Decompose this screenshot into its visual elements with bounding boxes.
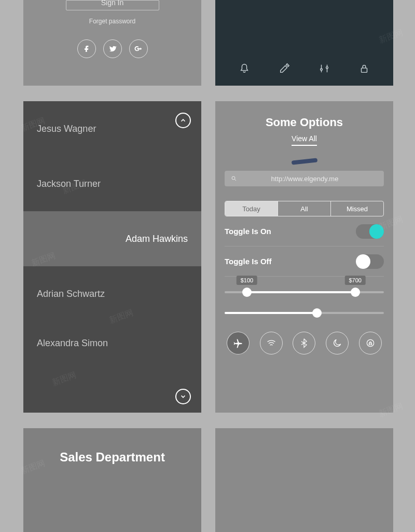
slider-knob-max[interactable]	[351, 288, 360, 297]
list-item[interactable]: Jesus Wagner	[23, 101, 201, 156]
segment-control: Today All Missed	[225, 201, 384, 216]
moon-icon[interactable]	[326, 332, 349, 354]
single-slider[interactable]	[225, 312, 384, 314]
options-panel: Some Options View All http://www.elgendy…	[215, 101, 393, 413]
bell-icon[interactable]	[239, 63, 250, 76]
contact-name: Adam Hawkins	[126, 234, 188, 244]
toggle-switch-on[interactable]	[356, 224, 384, 239]
switch-knob	[356, 254, 370, 269]
sliders-icon[interactable]	[319, 63, 330, 76]
sales-panel: Sales Department	[23, 428, 201, 532]
airplane-icon[interactable]	[227, 332, 250, 354]
slider-track	[225, 291, 384, 293]
options-title: Some Options	[215, 116, 393, 129]
search-value: http://www.elgendy.me	[232, 175, 378, 183]
list-item[interactable]: Alexandra Simon	[23, 321, 201, 360]
lock-icon[interactable]	[358, 63, 370, 76]
sales-title: Sales Department	[23, 428, 201, 465]
toggle-switch-off[interactable]	[356, 254, 384, 269]
list-item[interactable]: Adrian Schwartz	[23, 266, 201, 321]
scroll-up-button[interactable]	[175, 113, 191, 128]
range-slider[interactable]: $100 $700	[225, 291, 384, 293]
dark-nav-panel	[215, 0, 393, 86]
slider-fill	[225, 312, 317, 314]
forget-password-link[interactable]: Forget password	[23, 18, 201, 25]
wifi-icon[interactable]	[260, 332, 283, 354]
contact-name: Jackson Turner	[37, 179, 101, 189]
empty-panel	[215, 428, 393, 532]
range-min-label: $100	[237, 276, 257, 285]
range-max-label: $700	[344, 276, 365, 285]
contact-name: Adrian Schwartz	[37, 289, 105, 299]
bluetooth-icon[interactable]	[293, 332, 315, 354]
rotation-lock-icon[interactable]	[359, 332, 382, 354]
list-item-selected[interactable]: Adam Hawkins	[23, 211, 201, 266]
scroll-down-button[interactable]	[175, 389, 191, 404]
nav-row	[215, 63, 393, 76]
compose-icon[interactable]	[279, 63, 290, 76]
slider-fill	[247, 291, 355, 293]
toggle-label: Toggle Is On	[225, 227, 271, 236]
search-input[interactable]: http://www.elgendy.me	[225, 171, 384, 186]
toggle-label: Toggle Is Off	[225, 257, 272, 266]
slider-track	[225, 312, 384, 314]
signin-button[interactable]: Sign In	[66, 0, 159, 10]
options-header: Some Options View All	[215, 101, 393, 146]
view-all-link[interactable]: View All	[292, 134, 317, 146]
list-item[interactable]: Jackson Turner	[23, 156, 201, 211]
googleplus-icon[interactable]	[129, 39, 148, 58]
signin-panel: Sign In Forget password	[23, 0, 201, 86]
twitter-icon[interactable]	[103, 39, 122, 58]
toggle-row: Toggle Is Off	[225, 247, 384, 277]
control-center-row	[215, 332, 393, 354]
segment-missed[interactable]: Missed	[331, 201, 383, 216]
contact-name: Alexandra Simon	[37, 338, 108, 349]
drag-handle-icon[interactable]	[291, 158, 317, 165]
contact-name: Jesus Wagner	[37, 124, 96, 134]
slider-knob[interactable]	[312, 308, 322, 318]
social-row	[23, 39, 201, 58]
segment-today[interactable]: Today	[225, 201, 278, 216]
toggle-row: Toggle Is On	[225, 216, 384, 247]
switch-knob	[369, 224, 384, 239]
slider-knob-min[interactable]	[242, 288, 252, 297]
svg-rect-0	[361, 68, 367, 72]
contacts-panel: Jesus Wagner Jackson Turner Adam Hawkins…	[23, 101, 201, 413]
facebook-icon[interactable]	[77, 39, 96, 58]
segment-all[interactable]: All	[278, 201, 331, 216]
